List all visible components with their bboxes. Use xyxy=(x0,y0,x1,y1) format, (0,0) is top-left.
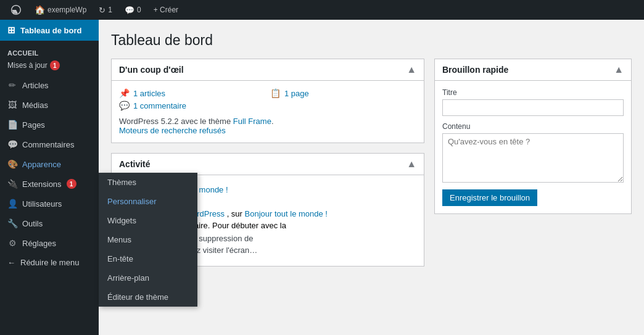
reduce-icon: ← xyxy=(7,258,15,267)
extensions-badge: 1 xyxy=(67,179,76,189)
sidebar-item-outils[interactable]: 🔧 Outils xyxy=(0,213,99,233)
search-engines-link[interactable]: Moteurs de recherche refusés xyxy=(119,126,416,135)
updates-count: 1 xyxy=(108,6,112,14)
sidebar-mises-a-jour[interactable]: Mises à jour 1 xyxy=(0,59,99,75)
titre-input[interactable] xyxy=(442,99,624,116)
activity-title: Activité xyxy=(119,159,151,169)
mises-a-jour-label: Mises à jour xyxy=(7,61,47,70)
dropdown-arriere-plan[interactable]: Arrière-plan xyxy=(99,268,197,287)
dropdown-en-tete[interactable]: En-tête xyxy=(99,249,197,268)
dropdown-themes[interactable]: Thèmes xyxy=(99,173,197,192)
on-text: , sur xyxy=(227,209,245,218)
contenu-label: Contenu xyxy=(442,122,624,131)
home-icon: 🏠 xyxy=(35,5,45,15)
quick-draft-toggle[interactable]: ▲ xyxy=(614,64,624,75)
commentaires-label: Commentaires xyxy=(22,140,75,149)
comments-count: 0 xyxy=(137,6,141,14)
content-right: Brouillon rapide ▲ Titre Contenu Enregis… xyxy=(434,59,632,267)
titre-label: Titre xyxy=(442,88,624,97)
post-link[interactable]: Bonjour tout le monde ! xyxy=(245,209,328,218)
quick-draft-body: Titre Contenu Enregistrer le brouillon xyxy=(435,81,631,213)
sidebar-item-pages[interactable]: 📄 Pages xyxy=(0,115,99,134)
sidebar-dashboard-header[interactable]: ⊞ Tableau de bord xyxy=(0,20,99,41)
wp-version-text: WordPress 5.2.2 avec le thème xyxy=(119,117,233,126)
dropdown-personnaliser[interactable]: Personnaliser xyxy=(99,192,197,211)
glance-toggle[interactable]: ▲ xyxy=(407,64,416,75)
quick-draft-title: Brouillon rapide xyxy=(442,65,508,75)
utilisateurs-label: Utilisateurs xyxy=(22,199,62,209)
dropdown-menus[interactable]: Menus xyxy=(99,230,197,249)
top-bar: 🏠 exempleWp ↻ 1 💬 0 + Créer xyxy=(0,0,644,20)
commentaires-icon: 💬 xyxy=(7,139,17,149)
extensions-label: Extensions xyxy=(22,180,62,189)
pages-label: Pages xyxy=(22,120,45,130)
create-label: + Créer xyxy=(154,6,178,14)
apparence-dropdown: Thèmes Personnaliser Widgets Menus En-tê… xyxy=(99,173,197,307)
reglages-label: Réglages xyxy=(22,239,56,248)
glance-widget-body: 📌 1 articles 📋 1 page 💬 1 commentaire xyxy=(112,81,424,143)
sidebar-item-commentaires[interactable]: 💬 Commentaires xyxy=(0,134,99,154)
outils-label: Outils xyxy=(22,219,43,228)
sidebar-item-apparence[interactable]: 🎨 Apparence xyxy=(0,154,99,174)
refresh-icon: ↻ xyxy=(99,6,105,15)
glance-comments-link[interactable]: 1 commentaire xyxy=(133,101,186,110)
accueil-label: Accueil xyxy=(7,49,38,57)
save-draft-button[interactable]: Enregistrer le brouillon xyxy=(442,189,537,206)
sidebar-reduce-button[interactable]: ← Réduire le menu xyxy=(0,253,99,272)
wp-logo-button[interactable] xyxy=(5,0,27,20)
sidebar-item-utilisateurs[interactable]: 👤 Utilisateurs xyxy=(0,194,99,213)
glance-articles-link[interactable]: 1 articles xyxy=(133,89,165,98)
contenu-textarea[interactable] xyxy=(442,133,624,183)
comment-icon: 💬 xyxy=(125,6,134,15)
reduce-label: Réduire le menu xyxy=(20,258,79,267)
reglages-icon: ⚙ xyxy=(7,238,17,248)
mises-a-jour-badge: 1 xyxy=(50,60,60,70)
comments-button[interactable]: 💬 0 xyxy=(120,0,146,20)
medias-label: Médias xyxy=(22,101,48,110)
extensions-icon: 🔌 xyxy=(7,179,17,189)
glance-pages: 📋 1 page xyxy=(270,88,416,98)
apparence-icon: 🎨 xyxy=(7,159,17,169)
glance-title: D'un coup d'œil xyxy=(119,65,184,75)
dropdown-editeur-theme[interactable]: Éditeur de thème xyxy=(99,287,197,307)
layout: ⊞ Tableau de bord Accueil Mises à jour 1… xyxy=(0,20,644,335)
site-name: exempleWp xyxy=(47,6,86,14)
quick-draft-widget: Brouillon rapide ▲ Titre Contenu Enregis… xyxy=(434,59,632,214)
sidebar-item-articles[interactable]: ✏ Articles xyxy=(0,75,99,95)
theme-link[interactable]: Full Frame xyxy=(233,117,271,126)
dashboard-icon: ⊞ xyxy=(7,25,15,36)
glance-pages-link[interactable]: 1 page xyxy=(284,89,309,98)
glance-widget: D'un coup d'œil ▲ 📌 1 articles 📋 1 page xyxy=(111,59,424,143)
activity-widget-header: Activité ▲ xyxy=(112,154,424,175)
activity-toggle[interactable]: ▲ xyxy=(407,159,416,170)
comment-count-icon: 💬 xyxy=(119,101,130,110)
glance-meta: WordPress 5.2.2 avec le thème Full Frame… xyxy=(119,117,416,126)
glance-articles: 📌 1 articles xyxy=(119,88,265,98)
dropdown-widgets[interactable]: Widgets xyxy=(99,211,197,230)
sidebar-item-medias[interactable]: 🖼 Médias xyxy=(0,95,99,115)
pin-icon: 📌 xyxy=(119,88,130,98)
dashboard-label: Tableau de bord xyxy=(20,26,81,35)
pages-icon: 📄 xyxy=(7,120,17,130)
utilisateurs-icon: 👤 xyxy=(7,199,17,209)
sidebar-item-extensions[interactable]: 🔌 Extensions 1 xyxy=(0,174,99,194)
glance-widget-header: D'un coup d'œil ▲ xyxy=(112,59,424,81)
glance-grid: 📌 1 articles 📋 1 page 💬 1 commentaire xyxy=(119,88,416,110)
sidebar-item-reglages[interactable]: ⚙ Réglages xyxy=(0,233,99,253)
wp-suffix: . xyxy=(271,117,274,126)
apparence-label: Apparence xyxy=(22,160,61,169)
medias-icon: 🖼 xyxy=(7,100,17,110)
articles-icon: ✏ xyxy=(7,80,17,90)
page-title: Tableau de bord xyxy=(111,32,632,49)
create-button[interactable]: + Créer xyxy=(149,0,183,20)
updates-button[interactable]: ↻ 1 xyxy=(94,0,117,20)
page-icon: 📋 xyxy=(270,88,281,98)
sidebar: ⊞ Tableau de bord Accueil Mises à jour 1… xyxy=(0,20,99,335)
sidebar-accueil[interactable]: Accueil xyxy=(0,41,99,59)
articles-label: Articles xyxy=(22,81,49,90)
quick-draft-header: Brouillon rapide ▲ xyxy=(435,59,631,81)
glance-comments: 💬 1 commentaire xyxy=(119,101,265,110)
site-name-button[interactable]: 🏠 exempleWp xyxy=(30,0,91,20)
outils-icon: 🔧 xyxy=(7,218,17,228)
